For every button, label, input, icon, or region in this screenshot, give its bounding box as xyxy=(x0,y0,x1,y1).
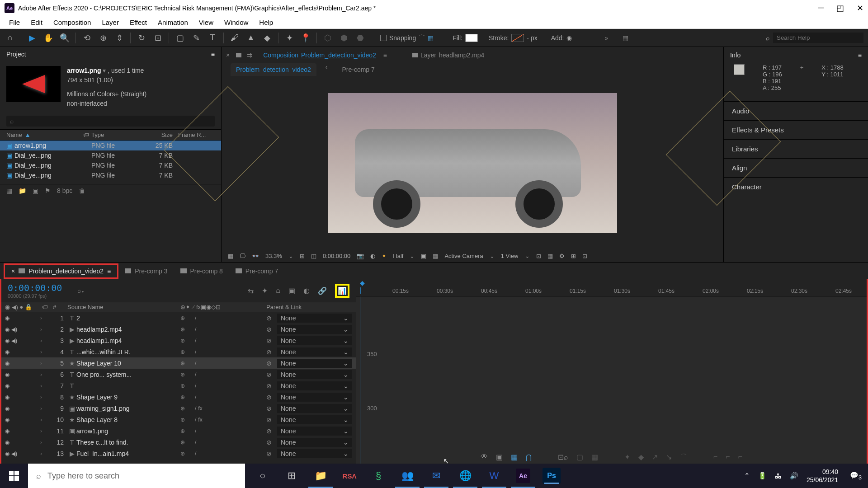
timeline-tab[interactable]: Pre-comp 7 xyxy=(229,265,284,277)
cortana-icon[interactable]: ○ xyxy=(249,464,277,488)
gc-fit-icon[interactable]: ⊡⌕ xyxy=(558,453,568,462)
subtab-active[interactable]: Problem_detection_video2 xyxy=(231,63,316,76)
menu-animation[interactable]: Animation xyxy=(153,17,193,28)
timeline-timecode[interactable]: 0:00:00:00 xyxy=(8,282,62,293)
camera-dropdown[interactable]: Active Camera xyxy=(444,253,483,259)
app-icon[interactable]: § xyxy=(364,464,392,488)
fill-swatch[interactable] xyxy=(465,34,478,42)
snapping-checkbox[interactable] xyxy=(380,35,387,41)
puppet-tool-icon[interactable]: 📍 xyxy=(300,33,311,43)
minimize-icon[interactable]: ─ xyxy=(818,3,824,13)
outlook-icon[interactable]: ✉ xyxy=(422,464,450,488)
volume-icon[interactable]: 🔊 xyxy=(790,472,798,480)
draft3d-icon[interactable]: ✦ xyxy=(262,286,268,295)
mask-icon[interactable]: ◫ xyxy=(311,253,316,259)
timeline-layer[interactable]: ◉›7T⊕/⊘None⌄ xyxy=(1,380,356,391)
folder-icon[interactable]: 📁 xyxy=(19,187,26,194)
shy-icon[interactable]: ⌂ xyxy=(276,286,280,295)
snapshot-icon[interactable]: 📷 xyxy=(357,253,364,259)
network-icon[interactable]: 🖧 xyxy=(775,472,782,480)
playhead-icon[interactable]: ◆| xyxy=(360,279,365,294)
orbit-tool-icon[interactable]: ⟲ xyxy=(81,33,92,43)
timeline-layer[interactable]: ◉›12TThese c...lt to find.⊕/⊘None⌄ xyxy=(1,436,356,448)
stroke-px-value[interactable]: - px xyxy=(527,34,537,42)
workspace-icon[interactable]: ▦ xyxy=(623,34,628,42)
timeline-layer[interactable]: ◉◀)›3▶headlamp1.mp4⊕/⊘None⌄ xyxy=(1,335,356,346)
grid-icon[interactable]: ⊞ xyxy=(300,253,305,259)
clone-tool-icon[interactable]: ▲ xyxy=(245,33,256,43)
chrome-icon[interactable]: 🌐 xyxy=(451,464,479,488)
audio-panel[interactable]: Audio xyxy=(724,101,868,120)
gc-snap-icon[interactable]: ▦ xyxy=(511,453,518,462)
rsa-icon[interactable]: RSΛ xyxy=(335,464,363,488)
link-icon[interactable]: 🔗 xyxy=(318,286,327,295)
stroke-swatch[interactable] xyxy=(511,34,524,42)
roto-tool-icon[interactable]: ✦ xyxy=(284,33,295,43)
rotate-tool-icon[interactable]: ↻ xyxy=(136,33,147,43)
menu-composition[interactable]: Composition xyxy=(49,17,95,28)
resolution-icon[interactable]: 🖵 xyxy=(240,253,245,259)
zoom-tool-icon[interactable]: 🔍 xyxy=(59,33,70,43)
close-tab-icon[interactable]: × xyxy=(222,52,234,59)
gc-eye-icon[interactable]: 👁 xyxy=(481,453,488,462)
rect-tool-icon[interactable]: ▢ xyxy=(175,33,185,43)
channel-icon[interactable]: ◐ xyxy=(370,253,375,259)
timeline-layer[interactable]: ◉›6TOne pro... system...⊕/⊘None⌄ xyxy=(1,369,356,380)
bpc-label[interactable]: 8 bpc xyxy=(57,187,72,194)
gc-show-icon[interactable]: ▣ xyxy=(496,453,503,462)
vc-icon4[interactable]: ⊞ xyxy=(571,253,576,259)
interpret-icon[interactable]: ▦ xyxy=(6,187,12,194)
clock[interactable]: 09:40 25/06/2021 xyxy=(807,468,842,484)
menu-view[interactable]: View xyxy=(194,17,218,28)
comp-menu-icon[interactable]: ≡ xyxy=(383,52,387,59)
view-dropdown[interactable]: 1 View xyxy=(501,253,519,259)
pen-tool-icon[interactable]: ✎ xyxy=(191,33,202,43)
close-icon[interactable]: ✕ xyxy=(857,3,863,13)
search-help-input[interactable] xyxy=(773,33,863,43)
vc-icon2[interactable]: ▦ xyxy=(547,253,553,259)
motion-blur-icon[interactable]: ◐ xyxy=(303,286,310,295)
gc-magnet-icon[interactable]: ⋂ xyxy=(526,453,532,462)
composition-viewer[interactable] xyxy=(222,76,723,250)
hand-tool-icon[interactable]: ✋ xyxy=(43,33,54,43)
cti-line[interactable] xyxy=(360,296,360,468)
character-panel[interactable]: Character xyxy=(724,177,868,196)
start-button[interactable] xyxy=(0,464,28,488)
color-icon[interactable]: ✦ xyxy=(382,253,387,259)
text-tool-icon[interactable]: T xyxy=(207,33,218,43)
aftereffects-icon[interactable]: Ae xyxy=(509,464,537,488)
timeline-layer[interactable]: ◉›10★Shape Layer 8⊕/ fx⊘None⌄ xyxy=(1,414,356,425)
maximize-icon[interactable]: ◰ xyxy=(836,3,844,13)
tray-chevron-icon[interactable]: ⌃ xyxy=(744,472,750,480)
timeline-layer[interactable]: ◉◀)›13▶Fuel_In...ain1.mp4⊕/⊘None⌄ xyxy=(1,448,356,459)
list-item[interactable]: ▣ arrow1.png PNG file 25 KB xyxy=(0,141,221,150)
effects-panel[interactable]: Effects & Presets xyxy=(724,120,868,139)
snap-opt2-icon[interactable]: ▦ xyxy=(428,34,434,42)
vc-icon3[interactable]: ⚙ xyxy=(559,253,565,259)
menu-effect[interactable]: Effect xyxy=(125,17,151,28)
teams-icon[interactable]: 👥 xyxy=(393,464,421,488)
graph-editor[interactable]: 350 300 👁 ▣ ▦ ⋂ ⊡⌕ ▢ ▦ ✦ ◆ ↗ ↘ ⌒ ⌐ ⌐ ⌐ xyxy=(356,296,867,468)
add-button-icon[interactable]: ◉ xyxy=(566,34,572,42)
menu-edit[interactable]: Edit xyxy=(26,17,47,28)
magnification-icon[interactable]: ▦ xyxy=(228,253,233,259)
zoom-value[interactable]: 33.3% xyxy=(265,253,282,259)
taskbar-search[interactable]: ⌕ Type here to search xyxy=(28,464,245,488)
project-search[interactable]: ⌕ xyxy=(6,116,215,127)
flow-icon[interactable]: ⇉ xyxy=(243,52,256,59)
vc-icon1[interactable]: ⊡ xyxy=(536,253,541,259)
anchor-tool-icon[interactable]: ⊡ xyxy=(152,33,163,43)
subtab[interactable]: Pre-comp 7 xyxy=(336,63,380,76)
menu-layer[interactable]: Layer xyxy=(97,17,123,28)
chevron-icon[interactable]: » xyxy=(604,34,608,42)
home-icon[interactable]: ⌂ xyxy=(5,33,15,43)
list-item[interactable]: ▣ Dial_ye...png PNG file 7 KB xyxy=(0,150,221,160)
eraser-tool-icon[interactable]: ◆ xyxy=(262,33,273,43)
resolution-dropdown[interactable]: Half xyxy=(393,253,403,259)
timeline-layer[interactable]: ◉›1T 2⊕/⊘None⌄ xyxy=(1,312,356,324)
notifications-icon[interactable]: 💬3 xyxy=(850,471,862,481)
close-icon[interactable]: × xyxy=(11,267,15,275)
timeline-tab[interactable]: Pre-comp 3 xyxy=(118,265,174,277)
comp-flowchart-icon[interactable]: ⇆ xyxy=(248,286,254,295)
frame-blend-icon[interactable]: ▣ xyxy=(288,286,295,295)
